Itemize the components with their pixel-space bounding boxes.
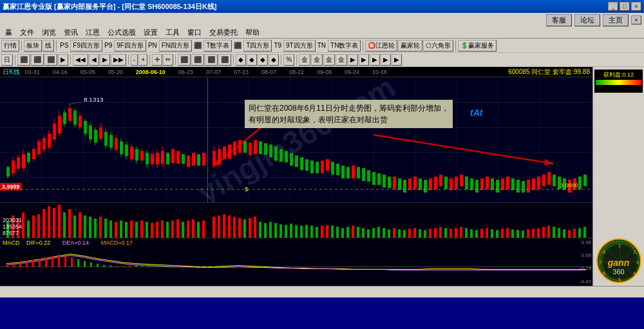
svg-rect-273: [45, 258, 47, 267]
svg-rect-232: [413, 228, 416, 238]
tb-ann1[interactable]: 金: [299, 54, 310, 66]
menu-browse[interactable]: 浏览: [38, 27, 60, 38]
svg-rect-167: [73, 216, 76, 238]
svg-rect-222: [362, 228, 365, 238]
svg-rect-256: [537, 228, 540, 238]
menu-window[interactable]: 窗口: [184, 27, 205, 38]
tb-btn-fwd[interactable]: ▶: [100, 54, 110, 66]
svg-rect-173: [104, 219, 107, 238]
kline-chart[interactable]: yingjia360.com 同仁堂在2008年6月1: [0, 77, 592, 202]
tb-btn-2c[interactable]: ⬛: [44, 54, 57, 66]
tb-btn-cross[interactable]: ✛: [152, 54, 162, 66]
dea-label: DEA=0.14: [62, 240, 94, 246]
minimize-button[interactable]: _: [608, 2, 618, 11]
win-wheel-button[interactable]: 赢家轮: [398, 40, 422, 52]
watermark: yingjia360.com: [191, 77, 401, 202]
t-square-button[interactable]: T四方形: [243, 40, 272, 52]
svg-rect-107: [377, 173, 381, 185]
svg-rect-96: [321, 160, 324, 173]
svg-rect-68: [182, 154, 185, 164]
tb-btn-end[interactable]: ▶▶: [111, 54, 126, 66]
tb-btn-prev[interactable]: ◀◀: [73, 54, 88, 66]
tb-ann5[interactable]: ▶: [348, 54, 358, 66]
tb-btn-2d[interactable]: ▶: [58, 54, 68, 66]
tb-btn-zoom-out[interactable]: -: [131, 54, 138, 66]
svg-rect-57: [146, 153, 149, 164]
tb-ann4[interactable]: 金: [336, 54, 347, 66]
tb-btn-4a[interactable]: ◆: [236, 54, 246, 66]
fn-square-button[interactable]: FN四方形: [159, 40, 192, 52]
tb-btn-2b[interactable]: ⬛: [31, 54, 44, 66]
tb-btn-4c[interactable]: ◆: [258, 54, 268, 66]
menu-gann[interactable]: 江恩: [82, 27, 104, 38]
svg-rect-194: [218, 216, 220, 238]
svg-rect-258: [547, 225, 550, 238]
menu-settings[interactable]: 设置: [140, 27, 162, 38]
tb-ann3[interactable]: 金: [323, 54, 335, 66]
svg-rect-287: [135, 265, 137, 267]
tb-btn-2a[interactable]: ⬛: [17, 54, 30, 66]
gann-wheel-button[interactable]: ⭕江恩轮: [365, 40, 397, 52]
tb-btn-back[interactable]: ◀: [89, 54, 99, 66]
tb-ann9[interactable]: ▶: [392, 54, 402, 66]
svg-rect-213: [316, 227, 318, 238]
menu-win[interactable]: 赢: [1, 27, 16, 38]
forum-button[interactable]: 论坛: [574, 14, 600, 26]
close-button[interactable]: ×: [631, 2, 641, 11]
menu-help[interactable]: 帮助: [242, 27, 263, 38]
tb-btn-pen[interactable]: ✏: [163, 54, 173, 66]
svg-rect-263: [573, 229, 576, 238]
9f-square-button[interactable]: 9F四方形: [114, 40, 146, 52]
tb-pct[interactable]: %: [283, 54, 294, 66]
volume-area: 203031 135354 87677: [0, 202, 592, 238]
home-button[interactable]: 主页: [603, 14, 629, 26]
t-num-table-button[interactable]: T数字表: [204, 40, 232, 52]
hexagon-button[interactable]: ⬡六角形: [423, 40, 453, 52]
customer-service-button[interactable]: 客服: [546, 14, 572, 26]
svg-rect-247: [491, 229, 493, 238]
svg-rect-41: [104, 132, 108, 146]
svg-rect-198: [238, 218, 241, 238]
tb-btn-3c[interactable]: ⬛: [205, 54, 218, 66]
tb-ann8[interactable]: ▶: [381, 54, 391, 66]
f9-square-button[interactable]: F9四方形: [70, 40, 102, 52]
tn-num-button[interactable]: TN数字表: [328, 40, 361, 52]
tb-btn-4b[interactable]: ◆: [247, 54, 257, 66]
svg-rect-45: [115, 138, 118, 150]
menu-file[interactable]: 文件: [16, 27, 38, 38]
svg-text:2: 2: [633, 250, 636, 254]
close-icon[interactable]: ×: [631, 15, 641, 24]
tb-btn-3d[interactable]: ⬛: [218, 54, 231, 66]
line-button[interactable]: 线: [43, 40, 54, 52]
svg-rect-286: [129, 265, 131, 267]
volume-svg: [0, 203, 592, 238]
t9-square-button[interactable]: 9T四方形: [283, 40, 316, 52]
win-service-button[interactable]: 💲赢家服务: [458, 40, 497, 52]
sector-button[interactable]: 板块: [24, 40, 42, 52]
svg-rect-51: [130, 146, 133, 159]
day-button[interactable]: 日: [1, 54, 13, 66]
tb-btn-3a[interactable]: ⬛: [178, 54, 191, 66]
tb-ann2[interactable]: 金: [311, 54, 323, 66]
menu-trade[interactable]: 交易委托: [205, 27, 242, 38]
svg-rect-174: [109, 220, 112, 238]
svg-rect-277: [71, 258, 73, 267]
tb-ann6[interactable]: ▶: [359, 54, 369, 66]
menu-formula[interactable]: 公式选股: [104, 27, 140, 38]
svg-rect-285: [122, 266, 124, 267]
svg-rect-85: [264, 143, 267, 155]
svg-rect-292: [167, 267, 169, 267]
menu-tools[interactable]: 工具: [162, 27, 184, 38]
maximize-button[interactable]: □: [620, 2, 630, 11]
market-button[interactable]: 行情: [1, 40, 19, 52]
svg-rect-169: [84, 216, 86, 238]
menu-info[interactable]: 资讯: [60, 27, 82, 38]
tb-ann7[interactable]: ▶: [370, 54, 380, 66]
svg-rect-239: [450, 229, 452, 238]
tb-btn-3b[interactable]: ⬛: [191, 54, 204, 66]
tb-btn-zoom-in[interactable]: +: [138, 54, 147, 66]
svg-rect-140: [547, 172, 551, 185]
tb-btn-4d[interactable]: ◆: [269, 54, 279, 66]
svg-rect-293: [174, 267, 176, 267]
svg-rect-165: [63, 212, 66, 238]
